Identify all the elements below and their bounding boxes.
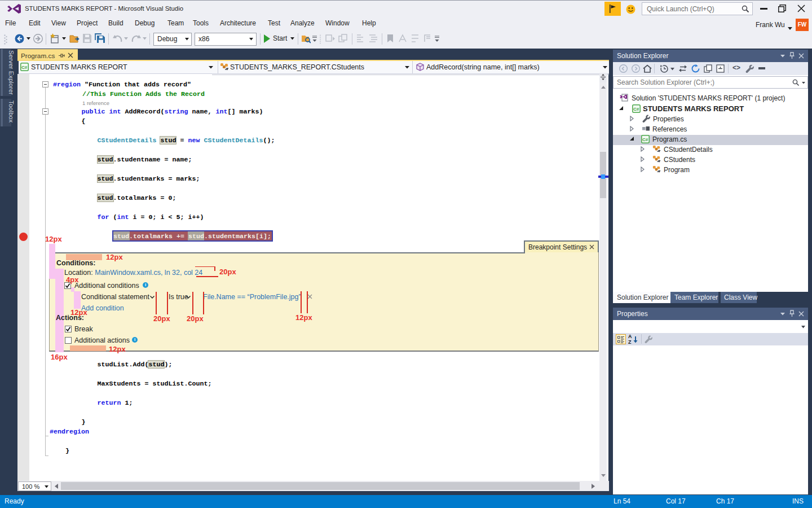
svg-text:C#: C#: [642, 137, 648, 142]
svg-text:C#: C#: [21, 65, 28, 70]
svg-text:C#: C#: [633, 106, 639, 111]
